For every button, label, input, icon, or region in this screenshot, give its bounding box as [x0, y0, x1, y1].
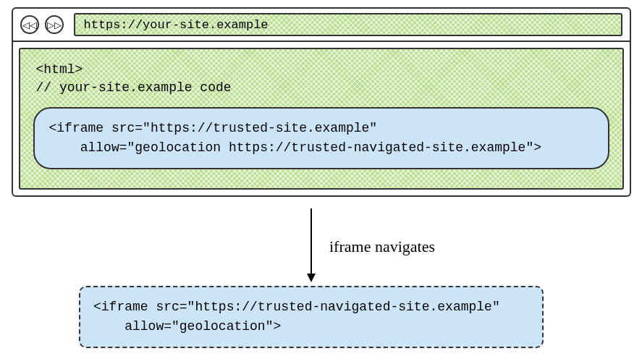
site-block: <html> // your-site.example code <iframe… — [19, 48, 624, 190]
iframe-after: <iframe src="https://trusted-navigated-s… — [79, 286, 544, 348]
arrow-line — [311, 208, 312, 281]
forward-button[interactable]: ▷▷ — [45, 15, 64, 34]
url-bar[interactable]: https://your-site.example — [74, 13, 622, 36]
fast-forward-icon: ▷▷ — [47, 20, 62, 30]
arrow-label: iframe navigates — [329, 237, 435, 256]
iframe-before: <iframe src="https://trusted-site.exampl… — [33, 107, 609, 169]
arrow-head-icon — [307, 274, 316, 282]
page-body: <html> // your-site.example code <iframe… — [13, 42, 630, 195]
title-bar: ◁◁ ▷▷ https://your-site.example — [13, 9, 630, 42]
browser-window: ◁◁ ▷▷ https://your-site.example <html> /… — [12, 7, 631, 197]
rewind-icon: ◁◁ — [22, 20, 37, 30]
site-code: <html> // your-site.example code — [36, 61, 609, 97]
back-button[interactable]: ◁◁ — [20, 15, 39, 34]
url-text: https://your-site.example — [84, 18, 269, 32]
